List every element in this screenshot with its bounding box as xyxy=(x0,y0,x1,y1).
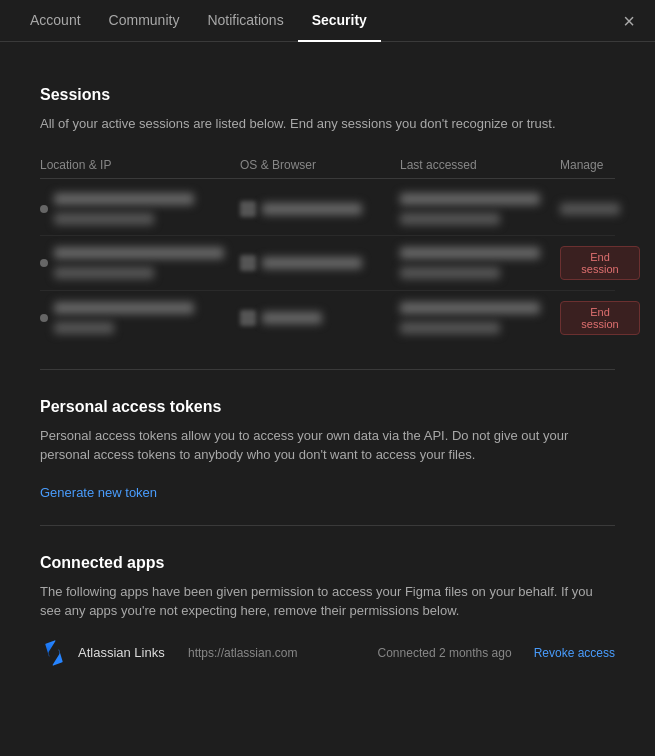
access-time xyxy=(400,302,540,314)
session-time xyxy=(400,193,560,225)
ip-text xyxy=(54,322,114,334)
sessions-table-header: Location & IP OS & Browser Last accessed… xyxy=(40,152,615,179)
session-manage[interactable]: End session xyxy=(560,246,640,280)
access-detail xyxy=(400,322,500,334)
ip-text xyxy=(54,267,154,279)
tab-account[interactable]: Account xyxy=(16,0,95,42)
session-location xyxy=(40,247,240,279)
sessions-section: Sessions All of your active sessions are… xyxy=(40,58,615,370)
session-location xyxy=(40,302,240,334)
generate-new-token-link[interactable]: Generate new token xyxy=(40,485,157,500)
app-name: Atlassian Links xyxy=(78,645,178,660)
app-connected-time: Connected 2 months ago xyxy=(378,646,512,660)
os-icon xyxy=(240,201,256,217)
tab-notifications[interactable]: Notifications xyxy=(193,0,297,42)
location-icon xyxy=(40,314,48,322)
connected-apps-section: Connected apps The following apps have b… xyxy=(40,526,615,691)
location-text xyxy=(54,302,194,314)
pat-title: Personal access tokens xyxy=(40,398,615,416)
browser-text xyxy=(262,257,362,269)
table-row: End session xyxy=(40,236,615,291)
sessions-description: All of your active sessions are listed b… xyxy=(40,114,615,134)
atlassian-logo-icon xyxy=(40,639,68,667)
session-time xyxy=(400,247,560,279)
session-location xyxy=(40,193,240,225)
content-area: Sessions All of your active sessions are… xyxy=(0,42,655,731)
browser-text xyxy=(262,203,362,215)
connected-apps-description: The following apps have been given permi… xyxy=(40,582,615,621)
ip-text xyxy=(54,213,154,225)
col-manage: Manage xyxy=(560,158,640,172)
col-last-accessed: Last accessed xyxy=(400,158,560,172)
session-os xyxy=(240,201,400,217)
access-detail xyxy=(400,213,500,225)
col-os-browser: OS & Browser xyxy=(240,158,400,172)
tab-security[interactable]: Security xyxy=(298,0,381,42)
session-manage[interactable]: End session xyxy=(560,301,640,335)
session-os xyxy=(240,255,400,271)
connected-app-row: Atlassian Links https://atlassian.com Co… xyxy=(40,639,615,667)
browser-text xyxy=(262,312,322,324)
location-text xyxy=(54,193,194,205)
modal: Account Community Notifications Security… xyxy=(0,0,655,756)
end-session-button[interactable]: End session xyxy=(560,301,640,335)
session-manage-empty xyxy=(560,203,640,215)
location-icon xyxy=(40,205,48,213)
session-os xyxy=(240,310,400,326)
tab-community[interactable]: Community xyxy=(95,0,194,42)
location-icon xyxy=(40,259,48,267)
location-text xyxy=(54,247,224,259)
sessions-table: Location & IP OS & Browser Last accessed… xyxy=(40,152,615,345)
app-url: https://atlassian.com xyxy=(188,646,318,660)
revoke-access-button[interactable]: Revoke access xyxy=(534,646,615,660)
personal-access-tokens-section: Personal access tokens Personal access t… xyxy=(40,370,615,526)
connected-apps-title: Connected apps xyxy=(40,554,615,572)
access-time xyxy=(400,247,540,259)
close-button[interactable]: × xyxy=(619,7,639,35)
sessions-title: Sessions xyxy=(40,86,615,104)
os-icon xyxy=(240,255,256,271)
access-time xyxy=(400,193,540,205)
table-row xyxy=(40,183,615,236)
col-location-ip: Location & IP xyxy=(40,158,240,172)
access-detail xyxy=(400,267,500,279)
table-row: End session xyxy=(40,291,615,345)
os-icon xyxy=(240,310,256,326)
pat-description: Personal access tokens allow you to acce… xyxy=(40,426,615,465)
session-time xyxy=(400,302,560,334)
tab-bar: Account Community Notifications Security… xyxy=(0,0,655,42)
end-session-button[interactable]: End session xyxy=(560,246,640,280)
